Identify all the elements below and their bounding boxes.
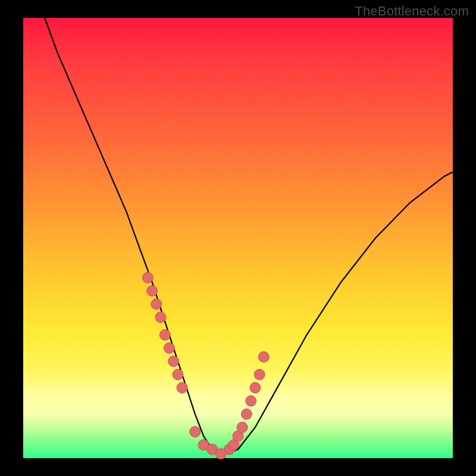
highlight-dots bbox=[142, 273, 269, 459]
highlight-dot bbox=[190, 427, 201, 437]
highlight-dot bbox=[258, 352, 269, 362]
highlight-dot bbox=[155, 312, 166, 322]
highlight-dot bbox=[159, 330, 170, 340]
watermark-text: TheBottleneck.com bbox=[355, 4, 469, 19]
highlight-dot bbox=[177, 383, 187, 393]
highlight-dot bbox=[168, 356, 179, 367]
highlight-dot bbox=[151, 299, 162, 309]
highlight-dot bbox=[142, 273, 153, 283]
highlight-dot bbox=[254, 369, 265, 380]
highlight-dot bbox=[173, 369, 183, 380]
highlight-dot bbox=[246, 396, 256, 406]
chart-frame: TheBottleneck.com bbox=[0, 0, 476, 476]
highlight-dot bbox=[147, 286, 158, 296]
curve-svg bbox=[23, 18, 453, 458]
highlight-dot bbox=[241, 409, 252, 419]
highlight-dot bbox=[237, 422, 248, 433]
plot-area bbox=[23, 18, 453, 458]
bottleneck-curve bbox=[45, 18, 453, 454]
highlight-dot bbox=[250, 383, 261, 393]
highlight-dot bbox=[164, 343, 175, 353]
